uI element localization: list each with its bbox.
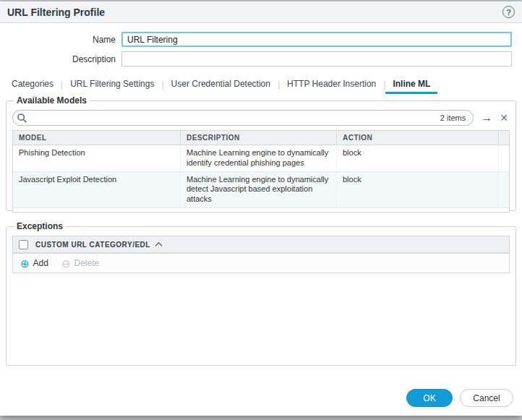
action-cell[interactable]: block (337, 172, 499, 207)
description-cell: Machine Learning engine to dynamically i… (181, 145, 337, 171)
exceptions-section: Exceptions CUSTOM URL CATEGORY/EDL ⊕ Add (6, 221, 516, 366)
tab-url-filtering-settings[interactable]: URL Filtering Settings (63, 76, 161, 94)
add-icon: ⊕ (20, 258, 30, 269)
tab-categories[interactable]: Categories (4, 76, 61, 94)
model-cell: Phishing Detection (13, 145, 181, 171)
cancel-button[interactable]: Cancel (460, 389, 513, 407)
name-label: Name (0, 35, 116, 45)
models-table: MODEL DESCRIPTION ACTION Phishing Detect… (12, 130, 510, 213)
sort-ascending-icon[interactable] (155, 241, 163, 247)
models-table-header: MODEL DESCRIPTION ACTION (13, 131, 509, 145)
clear-filter-icon[interactable]: ✕ (500, 112, 508, 124)
exceptions-legend: Exceptions (14, 221, 66, 231)
help-icon[interactable]: ? (502, 6, 515, 18)
description-input[interactable] (121, 51, 512, 67)
add-button[interactable]: ⊕ Add (20, 258, 48, 269)
search-input[interactable]: 2 items (12, 110, 474, 126)
tab-http-header-insertion[interactable]: HTTP Header Insertion (280, 76, 383, 94)
description-label: Description (0, 54, 116, 64)
dialog-title: URL Filtering Profile (7, 7, 105, 18)
delete-icon: ⊖ (61, 258, 71, 269)
available-models-section: Available Models 2 items → ✕ MODEL DESCR… (6, 95, 516, 211)
models-search-row: 2 items → ✕ (12, 110, 510, 126)
column-header-model[interactable]: MODEL (13, 131, 181, 145)
apply-filter-icon[interactable]: → (481, 112, 492, 124)
dialog-header: URL Filtering Profile ? (0, 1, 522, 23)
tab-bar: Categories | URL Filtering Settings | Us… (0, 71, 522, 94)
model-cell: Javascript Exploit Detection (13, 172, 181, 207)
name-row: Name (0, 32, 512, 47)
column-header-filler (499, 131, 509, 145)
url-filtering-profile-dialog: URL Filtering Profile ? Name Description… (0, 1, 522, 416)
available-models-legend: Available Models (14, 95, 90, 106)
description-cell: Machine Learning engine to dynamically d… (181, 172, 337, 207)
search-icon (17, 113, 27, 124)
action-cell[interactable]: block (337, 145, 499, 171)
filler-cell (499, 172, 509, 207)
add-label: Add (33, 258, 48, 268)
dialog-footer: OK Cancel (0, 389, 522, 416)
column-header-action[interactable]: ACTION (337, 131, 499, 145)
profile-form: Name Description (0, 23, 522, 71)
exceptions-toolbar: ⊕ Add ⊖ Delete (13, 253, 509, 273)
table-row[interactable]: Phishing Detection Machine Learning engi… (13, 145, 509, 172)
exceptions-table: CUSTOM URL CATEGORY/EDL ⊕ Add ⊖ Delete (12, 236, 510, 273)
tab-user-credential-detection[interactable]: User Credential Detection (164, 76, 278, 94)
name-input[interactable] (121, 32, 512, 47)
delete-button[interactable]: ⊖ Delete (61, 258, 99, 269)
filler-cell (499, 145, 509, 171)
exceptions-table-header: CUSTOM URL CATEGORY/EDL (13, 236, 509, 253)
item-count: 2 items (440, 113, 466, 122)
delete-label: Delete (74, 258, 100, 268)
column-header-custom-url-category[interactable]: CUSTOM URL CATEGORY/EDL (35, 241, 150, 249)
ok-button[interactable]: OK (406, 389, 453, 407)
table-row[interactable]: Javascript Exploit Detection Machine Lea… (13, 172, 509, 208)
select-all-checkbox[interactable] (19, 240, 28, 249)
tab-inline-ml[interactable]: Inline ML (385, 76, 437, 94)
column-header-description[interactable]: DESCRIPTION (181, 131, 337, 145)
description-row: Description (0, 51, 512, 67)
